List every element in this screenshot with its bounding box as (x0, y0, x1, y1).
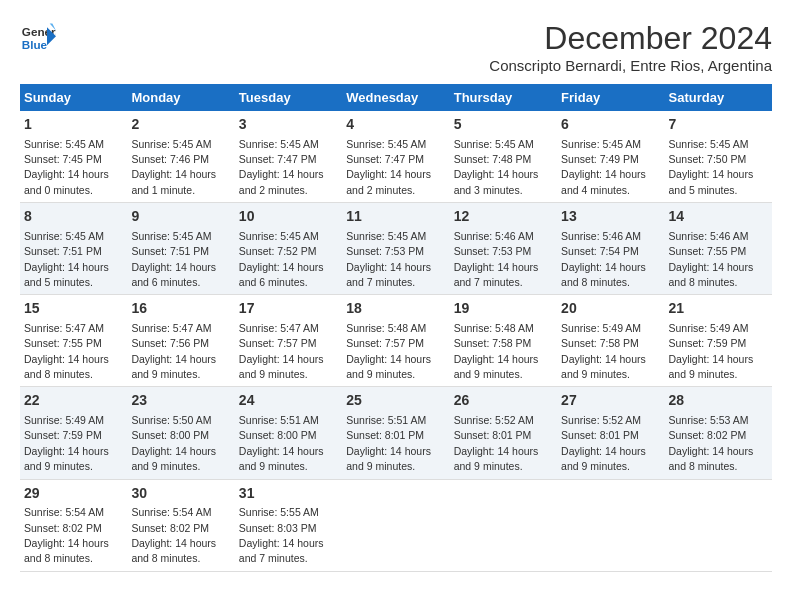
week-row-5: 29 Sunrise: 5:54 AM Sunset: 8:02 PM Dayl… (20, 479, 772, 571)
daylight-text: Daylight: 14 hours and 9 minutes. (239, 445, 324, 472)
sunset-text: Sunset: 8:01 PM (454, 429, 532, 441)
day-cell (557, 479, 664, 571)
daylight-text: Daylight: 14 hours and 9 minutes. (131, 353, 216, 380)
week-row-2: 8 Sunrise: 5:45 AM Sunset: 7:51 PM Dayli… (20, 203, 772, 295)
sunrise-text: Sunrise: 5:49 AM (561, 322, 641, 334)
day-number: 7 (669, 115, 768, 135)
daylight-text: Daylight: 14 hours and 2 minutes. (346, 168, 431, 195)
sunrise-text: Sunrise: 5:48 AM (346, 322, 426, 334)
calendar-body: 1 Sunrise: 5:45 AM Sunset: 7:45 PM Dayli… (20, 111, 772, 571)
sunrise-text: Sunrise: 5:45 AM (669, 138, 749, 150)
day-cell: 29 Sunrise: 5:54 AM Sunset: 8:02 PM Dayl… (20, 479, 127, 571)
day-cell: 8 Sunrise: 5:45 AM Sunset: 7:51 PM Dayli… (20, 203, 127, 295)
day-cell: 24 Sunrise: 5:51 AM Sunset: 8:00 PM Dayl… (235, 387, 342, 479)
sunrise-text: Sunrise: 5:45 AM (239, 138, 319, 150)
sunset-text: Sunset: 7:57 PM (346, 337, 424, 349)
daylight-text: Daylight: 14 hours and 8 minutes. (669, 261, 754, 288)
day-number: 3 (239, 115, 338, 135)
day-number: 8 (24, 207, 123, 227)
sunset-text: Sunset: 7:55 PM (669, 245, 747, 257)
daylight-text: Daylight: 14 hours and 9 minutes. (454, 353, 539, 380)
sunset-text: Sunset: 8:01 PM (561, 429, 639, 441)
header-day-wednesday: Wednesday (342, 84, 449, 111)
header-day-saturday: Saturday (665, 84, 772, 111)
daylight-text: Daylight: 14 hours and 9 minutes. (561, 445, 646, 472)
sunrise-text: Sunrise: 5:45 AM (454, 138, 534, 150)
sunset-text: Sunset: 8:03 PM (239, 522, 317, 534)
day-cell: 7 Sunrise: 5:45 AM Sunset: 7:50 PM Dayli… (665, 111, 772, 203)
daylight-text: Daylight: 14 hours and 9 minutes. (346, 445, 431, 472)
sunrise-text: Sunrise: 5:49 AM (24, 414, 104, 426)
day-number: 20 (561, 299, 660, 319)
sunset-text: Sunset: 7:50 PM (669, 153, 747, 165)
logo: General Blue (20, 20, 56, 56)
sunrise-text: Sunrise: 5:46 AM (454, 230, 534, 242)
sunrise-text: Sunrise: 5:51 AM (346, 414, 426, 426)
sunrise-text: Sunrise: 5:49 AM (669, 322, 749, 334)
sunrise-text: Sunrise: 5:47 AM (131, 322, 211, 334)
day-cell: 12 Sunrise: 5:46 AM Sunset: 7:53 PM Dayl… (450, 203, 557, 295)
day-cell: 2 Sunrise: 5:45 AM Sunset: 7:46 PM Dayli… (127, 111, 234, 203)
daylight-text: Daylight: 14 hours and 9 minutes. (561, 353, 646, 380)
day-number: 15 (24, 299, 123, 319)
day-cell: 27 Sunrise: 5:52 AM Sunset: 8:01 PM Dayl… (557, 387, 664, 479)
calendar-header: SundayMondayTuesdayWednesdayThursdayFrid… (20, 84, 772, 111)
day-cell: 30 Sunrise: 5:54 AM Sunset: 8:02 PM Dayl… (127, 479, 234, 571)
sunset-text: Sunset: 7:53 PM (454, 245, 532, 257)
daylight-text: Daylight: 14 hours and 6 minutes. (239, 261, 324, 288)
sunrise-text: Sunrise: 5:54 AM (131, 506, 211, 518)
day-number: 2 (131, 115, 230, 135)
day-number: 25 (346, 391, 445, 411)
day-number: 31 (239, 484, 338, 504)
daylight-text: Daylight: 14 hours and 8 minutes. (669, 445, 754, 472)
sunset-text: Sunset: 7:53 PM (346, 245, 424, 257)
day-cell: 4 Sunrise: 5:45 AM Sunset: 7:47 PM Dayli… (342, 111, 449, 203)
day-cell: 22 Sunrise: 5:49 AM Sunset: 7:59 PM Dayl… (20, 387, 127, 479)
day-cell: 21 Sunrise: 5:49 AM Sunset: 7:59 PM Dayl… (665, 295, 772, 387)
day-cell: 15 Sunrise: 5:47 AM Sunset: 7:55 PM Dayl… (20, 295, 127, 387)
day-cell: 20 Sunrise: 5:49 AM Sunset: 7:58 PM Dayl… (557, 295, 664, 387)
daylight-text: Daylight: 14 hours and 9 minutes. (239, 353, 324, 380)
sunset-text: Sunset: 7:51 PM (131, 245, 209, 257)
daylight-text: Daylight: 14 hours and 8 minutes. (24, 353, 109, 380)
sunset-text: Sunset: 8:00 PM (131, 429, 209, 441)
header-day-friday: Friday (557, 84, 664, 111)
sunrise-text: Sunrise: 5:54 AM (24, 506, 104, 518)
daylight-text: Daylight: 14 hours and 7 minutes. (239, 537, 324, 564)
sunset-text: Sunset: 7:58 PM (561, 337, 639, 349)
daylight-text: Daylight: 14 hours and 8 minutes. (561, 261, 646, 288)
daylight-text: Daylight: 14 hours and 5 minutes. (24, 261, 109, 288)
day-cell: 28 Sunrise: 5:53 AM Sunset: 8:02 PM Dayl… (665, 387, 772, 479)
daylight-text: Daylight: 14 hours and 0 minutes. (24, 168, 109, 195)
svg-text:Blue: Blue (22, 38, 48, 51)
day-cell: 13 Sunrise: 5:46 AM Sunset: 7:54 PM Dayl… (557, 203, 664, 295)
day-number: 24 (239, 391, 338, 411)
header-row: SundayMondayTuesdayWednesdayThursdayFrid… (20, 84, 772, 111)
location-title: Conscripto Bernardi, Entre Rios, Argenti… (489, 57, 772, 74)
sunrise-text: Sunrise: 5:52 AM (561, 414, 641, 426)
day-number: 19 (454, 299, 553, 319)
day-number: 14 (669, 207, 768, 227)
sunset-text: Sunset: 7:59 PM (24, 429, 102, 441)
daylight-text: Daylight: 14 hours and 8 minutes. (24, 537, 109, 564)
header-day-tuesday: Tuesday (235, 84, 342, 111)
month-title: December 2024 (489, 20, 772, 57)
daylight-text: Daylight: 14 hours and 3 minutes. (454, 168, 539, 195)
header-day-sunday: Sunday (20, 84, 127, 111)
sunset-text: Sunset: 7:54 PM (561, 245, 639, 257)
sunrise-text: Sunrise: 5:48 AM (454, 322, 534, 334)
day-number: 18 (346, 299, 445, 319)
daylight-text: Daylight: 14 hours and 9 minutes. (131, 445, 216, 472)
sunrise-text: Sunrise: 5:51 AM (239, 414, 319, 426)
sunrise-text: Sunrise: 5:47 AM (239, 322, 319, 334)
sunset-text: Sunset: 8:00 PM (239, 429, 317, 441)
sunrise-text: Sunrise: 5:46 AM (561, 230, 641, 242)
day-cell: 17 Sunrise: 5:47 AM Sunset: 7:57 PM Dayl… (235, 295, 342, 387)
day-cell: 16 Sunrise: 5:47 AM Sunset: 7:56 PM Dayl… (127, 295, 234, 387)
sunset-text: Sunset: 7:58 PM (454, 337, 532, 349)
sunset-text: Sunset: 7:47 PM (346, 153, 424, 165)
sunrise-text: Sunrise: 5:45 AM (561, 138, 641, 150)
day-number: 5 (454, 115, 553, 135)
day-cell (342, 479, 449, 571)
day-number: 26 (454, 391, 553, 411)
